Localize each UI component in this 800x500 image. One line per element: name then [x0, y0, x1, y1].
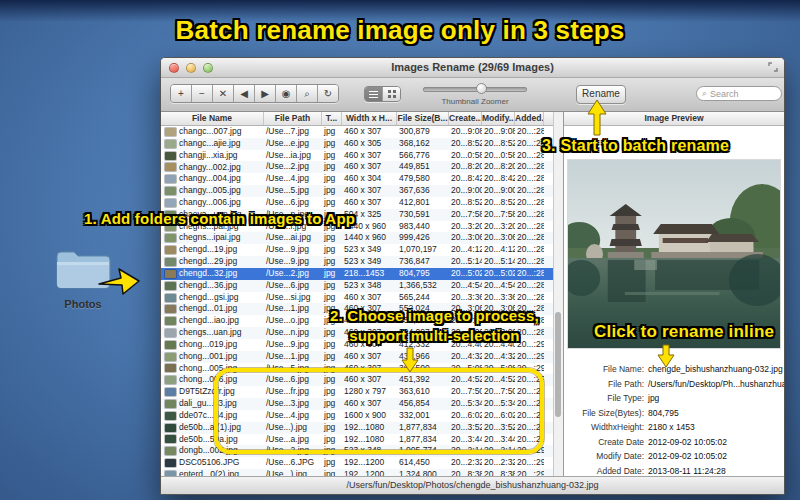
added-date-cell: 20...:28	[515, 268, 544, 280]
file-thumbnail-icon	[165, 424, 176, 432]
file-type-cell: jpg	[322, 292, 342, 304]
next-button[interactable]: ▶	[255, 85, 276, 102]
added-date-cell: 20...:28	[515, 173, 544, 185]
clear-button[interactable]: ✕	[213, 85, 234, 102]
table-row[interactable]: changji...xia.jpg/Use...ia.jpgjpg460 x 3…	[161, 150, 553, 162]
file-thumbnail-icon	[165, 459, 176, 467]
added-date-cell: 20...:29	[515, 351, 544, 363]
column-header-3[interactable]: Width x H...	[342, 112, 397, 125]
file-type-cell: jpg	[322, 138, 342, 150]
column-header-1[interactable]: File Path	[264, 112, 322, 125]
dimensions-cell: 460 x 307	[342, 197, 397, 209]
file-name-cell: enterd...0(2).jpg	[161, 469, 264, 476]
table-row[interactable]: chong...001.jpg/Use...1.jpgjpg460 x 3074…	[161, 351, 553, 363]
column-header-2[interactable]: T...	[322, 112, 342, 125]
modify-date-cell: 20...2:32	[482, 457, 515, 469]
column-header-0[interactable]: File Name	[161, 112, 264, 125]
added-date-cell: 20...:28	[515, 185, 544, 197]
minimize-window-button[interactable]	[186, 63, 196, 73]
added-date-cell: 20...:28	[515, 138, 544, 150]
preview-eye-button[interactable]: ◉	[276, 85, 297, 102]
table-row[interactable]: chengd...36.jpg/Use...6.jpgjpg523 x 3481…	[161, 280, 553, 292]
zoomer-slider-knob[interactable]	[476, 83, 487, 94]
search-placeholder: Search	[710, 89, 739, 99]
grid-view-button[interactable]	[382, 87, 400, 101]
multi-selection-highlight	[214, 368, 544, 454]
create-date-cell: 20...8:42	[449, 173, 482, 185]
close-window-button[interactable]	[169, 63, 179, 73]
file-path-cell: /Use...6.jpg	[264, 280, 322, 292]
table-row[interactable]: chengd...32.jpg/Use...2.jpgjpg218...1453…	[161, 268, 553, 280]
zoomer-slider[interactable]	[423, 87, 527, 92]
search-field[interactable]: ⌕ Search	[696, 86, 782, 101]
create-date-cell: 20...8:20	[449, 161, 482, 173]
column-header-4[interactable]: File Size(B...	[397, 112, 449, 125]
file-thumbnail-icon	[165, 187, 176, 195]
file-path-cell: /Use...2.jpg	[264, 161, 322, 173]
annotation-step2-line2: support multi-selection	[330, 326, 539, 346]
column-header-7[interactable]: Added...	[515, 112, 544, 125]
file-thumbnail-icon	[165, 282, 176, 290]
modify-date-cell: 20...4:32	[482, 351, 515, 363]
table-row[interactable]: chengd...19.jpg/Use...9.jpgjpg523 x 3491…	[161, 244, 553, 256]
remove-button[interactable]: −	[192, 85, 213, 102]
detail-label: File Type:	[564, 393, 644, 403]
file-size-cell: 367,636	[397, 185, 449, 197]
file-type-cell: jpg	[322, 126, 342, 138]
file-size-cell: 983,440	[397, 221, 449, 233]
file-path-cell: /Use...ai.jpg	[264, 232, 322, 244]
file-name-text: chengd...01.jpg	[179, 303, 237, 315]
traffic-lights	[169, 63, 213, 73]
table-row[interactable]: chegns...ipai.jpg/Use...ai.jpgjpg1440 x …	[161, 232, 553, 244]
dimensions-cell: 460 x 307	[342, 351, 397, 363]
modify-date-cell: 20...9:00	[482, 185, 515, 197]
detail-value-6: 2012-09-02 10:05:02	[644, 451, 727, 461]
file-thumbnail-icon	[165, 412, 176, 420]
table-row[interactable]: changc...007.jpg/Use...7.jpgjpg460 x 307…	[161, 126, 553, 138]
create-date-cell: 20...3:06	[449, 232, 482, 244]
table-row[interactable]: DSC05106.JPG/Use...6.JPGjpg192...1200614…	[161, 457, 553, 469]
detail-label: File Path:	[564, 379, 644, 389]
file-name-cell: chengd...36.jpg	[161, 280, 264, 292]
detail-value-3: 804,795	[644, 408, 679, 418]
table-row[interactable]: enterd...0(2).jpg/Use...).jpgjpg192...12…	[161, 469, 553, 476]
file-name-text: chengd...iao.jpg	[179, 315, 239, 327]
file-size-cell: 736,847	[397, 256, 449, 268]
create-date-cell: 20...9:00	[449, 185, 482, 197]
table-row[interactable]: changy...005.jpg/Use...5.jpgjpg460 x 307…	[161, 185, 553, 197]
file-name-text: chengs...uan.jpg	[179, 327, 241, 339]
list-view-button[interactable]	[365, 87, 382, 101]
create-date-cell: 20...4:54	[449, 280, 482, 292]
file-thumbnail-icon	[165, 199, 176, 207]
file-path-cell: /Use...n.jpg	[264, 327, 322, 339]
scrollbar-thumb[interactable]	[555, 312, 561, 417]
window-titlebar[interactable]: Images Rename (29/69 Images)	[161, 58, 784, 78]
create-date-cell: 20...3:20	[449, 221, 482, 233]
file-name-text: changji...xia.jpg	[179, 150, 238, 162]
detail-label: Modify Date:	[564, 451, 644, 461]
table-scrollbar[interactable]	[553, 112, 563, 476]
magnify-button[interactable]: ⌕	[297, 85, 318, 102]
table-row[interactable]: chengd...gsi.jpg/Use...si.jpgjpg460 x 30…	[161, 292, 553, 304]
modify-date-cell: 20...8:52	[482, 138, 515, 150]
refresh-button[interactable]: ↻	[318, 85, 338, 102]
column-header-5[interactable]: Create...	[449, 112, 482, 125]
file-name-text: chengd...gsi.jpg	[179, 292, 239, 304]
prev-button[interactable]: ◀	[234, 85, 255, 102]
table-row[interactable]: chengd...29.jpg/Use...9.jpgjpg523 x 3497…	[161, 256, 553, 268]
dimensions-cell: 460 x 307	[342, 185, 397, 197]
zoom-window-button[interactable]	[203, 63, 213, 73]
table-row[interactable]: changy...002.jpg/Use...2.jpgjpg460 x 307…	[161, 161, 553, 173]
file-type-cell: jpg	[322, 161, 342, 173]
add-button[interactable]: +	[171, 85, 192, 102]
file-name-cell: chong...019.jpg	[161, 339, 264, 351]
table-row[interactable]: changy...004.jpg/Use...4.jpgjpg460 x 304…	[161, 173, 553, 185]
annotation-step3: 3. Start to batch rename	[542, 137, 729, 155]
fullscreen-icon[interactable]	[768, 62, 778, 72]
column-header-6[interactable]: Modify...	[482, 112, 515, 125]
table-row[interactable]: changy...006.jpg/Use...6.jpgjpg460 x 307…	[161, 197, 553, 209]
table-row[interactable]: changc...ajie.jpg/Use...e.jpgjpg460 x 30…	[161, 138, 553, 150]
file-thumbnail-icon	[165, 376, 176, 384]
file-thumbnail-icon	[165, 471, 176, 476]
file-thumbnail-icon	[165, 317, 176, 325]
